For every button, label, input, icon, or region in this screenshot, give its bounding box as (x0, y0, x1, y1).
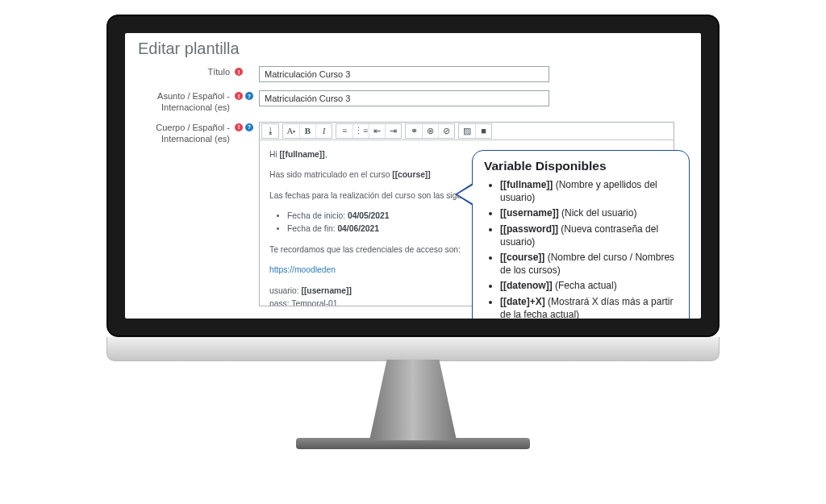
body-text: Hi (269, 150, 280, 159)
toolbar-image-button[interactable]: ▨ (459, 124, 475, 138)
toolbar-numbered-list-button[interactable]: ⋮≡ (353, 124, 369, 138)
popup-item: [[password]] (Nueva contraseña del usuar… (500, 223, 678, 248)
row-subject: Asunto / Español - Internacional (es) ! … (138, 90, 691, 114)
toolbar-unlink-button[interactable]: ⊗ (422, 124, 438, 138)
editor-toolbar: ⭳ A▾ B I ≡ ⋮≡ ⇤ ⇥ (260, 123, 674, 140)
toolbar-styles-button[interactable]: A▾ (283, 124, 299, 138)
title-input[interactable] (259, 66, 549, 82)
monitor-bezel: Editar plantilla Título ! Asunto / Españ… (106, 15, 720, 337)
label-subject: Asunto / Español - Internacional (es) (138, 90, 235, 114)
popup-list: [[fullname]] (Nombre y apellidos del usu… (484, 178, 678, 319)
popup-item: [[datenow]] (Fecha actual) (500, 279, 678, 292)
required-icon: ! (235, 92, 243, 100)
body-text: Has sido matriculado en el curso (269, 170, 392, 179)
toolbar-media-button[interactable]: ■ (475, 124, 491, 138)
popup-item: [[date]+X] (Mostrará X días más a partir… (500, 295, 678, 319)
page-title: Editar plantilla (138, 40, 691, 58)
popup-item: [[course]] (Nombre del curso / Nombres d… (500, 251, 678, 277)
popup-title: Variable Disponibles (484, 159, 678, 173)
toolbar-outdent-button[interactable]: ⇤ (369, 124, 385, 138)
required-icon: ! (235, 123, 243, 131)
body-link[interactable]: https://moodleden (269, 265, 336, 274)
popup-item: [[username]] (Nick del usuario) (500, 206, 678, 219)
toolbar-indent-button[interactable]: ⇥ (385, 124, 401, 138)
body-var-course: [[course]] (392, 170, 430, 179)
body-var-fullname: [[fullname]] (280, 150, 325, 159)
subject-input[interactable] (259, 90, 549, 106)
body-var-username: [[username]] (302, 286, 352, 295)
toolbar-bold-button[interactable]: B (299, 124, 315, 138)
required-icon: ! (235, 68, 243, 76)
monitor-stand-neck (369, 360, 457, 440)
toolbar-nolink-button[interactable]: ⊘ (438, 124, 454, 138)
toolbar-expand-button[interactable]: ⭳ (262, 124, 278, 138)
monitor-chin (106, 337, 720, 361)
label-body: Cuerpo / Español - Internacional (es) (138, 122, 235, 145)
monitor-mockup: Editar plantilla Título ! Asunto / Españ… (106, 15, 720, 492)
popup-item: [[fullname]] (Nombre y apellidos del usu… (500, 178, 678, 204)
help-icon[interactable]: ? (245, 123, 253, 131)
toolbar-link-button[interactable]: ⚭ (406, 124, 422, 138)
help-icon[interactable]: ? (245, 92, 253, 100)
toolbar-italic-button[interactable]: I (315, 124, 332, 138)
variables-popup: Variable Disponibles [[fullname]] (Nombr… (472, 150, 690, 319)
toolbar-bullet-list-button[interactable]: ≡ (336, 124, 353, 138)
row-title: Título ! (138, 66, 691, 82)
screen: Editar plantilla Título ! Asunto / Españ… (125, 33, 701, 319)
label-title: Título (138, 66, 235, 77)
